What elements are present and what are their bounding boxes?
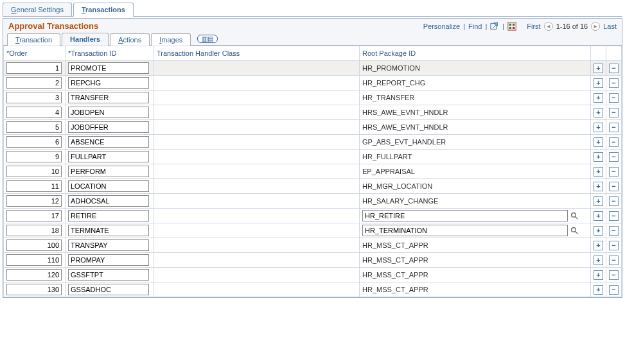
remove-row-button[interactable]: −	[609, 123, 619, 132]
remove-row-button[interactable]: −	[609, 285, 619, 295]
add-row-button[interactable]: +	[594, 256, 603, 265]
add-row-button[interactable]: +	[594, 93, 603, 103]
next-arrow-icon[interactable]: ►	[591, 22, 600, 31]
add-row-button[interactable]: +	[594, 226, 603, 236]
root-package-cell: EP_APPRAISAL	[360, 164, 591, 179]
add-row-button[interactable]: +	[594, 137, 603, 147]
svg-rect-4	[509, 26, 512, 29]
add-row-button[interactable]: +	[594, 123, 603, 132]
transaction-id-input[interactable]	[68, 195, 149, 207]
remove-row-button[interactable]: −	[609, 64, 619, 73]
subtab-transaction[interactable]: Transaction	[7, 33, 60, 46]
add-row-button[interactable]: +	[594, 211, 603, 221]
order-input[interactable]	[6, 136, 62, 148]
add-row-button[interactable]: +	[594, 108, 603, 117]
table-row: +−	[4, 223, 622, 238]
add-row-button[interactable]: +	[594, 285, 603, 295]
find-link[interactable]: Find	[468, 22, 482, 30]
root-package-input[interactable]	[362, 210, 568, 221]
add-row-button[interactable]: +	[594, 182, 603, 191]
order-input[interactable]	[6, 107, 62, 118]
last-link[interactable]: Last	[603, 22, 617, 30]
order-input[interactable]	[6, 92, 62, 103]
col-order[interactable]: *Order	[4, 46, 66, 61]
transaction-id-input[interactable]	[68, 239, 149, 251]
transaction-id-input[interactable]	[68, 151, 149, 162]
remove-row-button[interactable]: −	[609, 256, 619, 265]
root-package-input[interactable]	[362, 225, 568, 236]
order-input[interactable]	[6, 180, 62, 192]
add-row-button[interactable]: +	[594, 196, 603, 206]
table-row: HRS_AWE_EVNT_HNDLR+−	[4, 105, 622, 120]
order-input[interactable]	[6, 254, 62, 266]
transaction-id-input[interactable]	[68, 269, 149, 281]
order-input[interactable]	[6, 195, 62, 207]
add-row-button[interactable]: +	[594, 167, 603, 177]
transaction-id-input[interactable]	[68, 254, 149, 266]
order-input[interactable]	[6, 77, 62, 89]
add-row-button[interactable]: +	[594, 241, 603, 250]
remove-row-button[interactable]: −	[609, 182, 619, 191]
prev-arrow-icon[interactable]: ◄	[544, 22, 553, 31]
subtab-actions[interactable]: Actions	[110, 33, 150, 46]
order-input[interactable]	[6, 239, 62, 251]
transaction-id-input[interactable]	[68, 92, 149, 103]
order-input[interactable]	[6, 121, 62, 133]
remove-row-button[interactable]: −	[609, 78, 619, 88]
add-row-button[interactable]: +	[594, 270, 603, 280]
col-transaction-id[interactable]: *Transaction ID	[66, 46, 154, 61]
transaction-id-input[interactable]	[68, 180, 149, 192]
remove-row-button[interactable]: −	[609, 167, 619, 177]
first-link[interactable]: First	[527, 22, 540, 30]
download-icon[interactable]	[507, 22, 516, 31]
subtab-images[interactable]: Images	[151, 33, 191, 46]
transaction-id-input[interactable]	[68, 136, 149, 148]
root-package-cell: HR_SALARY_CHANGE	[360, 194, 591, 209]
remove-row-button[interactable]: −	[609, 137, 619, 147]
tab-general-settings[interactable]: General Settings	[3, 3, 72, 16]
table-row: HR_FULLPART+−	[4, 150, 622, 164]
transaction-id-input[interactable]	[68, 121, 149, 133]
table-row: HR_MGR_LOCATION+−	[4, 179, 622, 194]
transaction-id-input[interactable]	[68, 225, 149, 236]
remove-row-button[interactable]: −	[609, 270, 619, 280]
transaction-id-input[interactable]	[68, 166, 149, 177]
subtab-handlers[interactable]: Handlers	[62, 33, 109, 46]
transaction-id-input[interactable]	[68, 210, 149, 221]
remove-row-button[interactable]: −	[609, 211, 619, 221]
svg-point-6	[571, 212, 576, 217]
remove-row-button[interactable]: −	[609, 108, 619, 117]
lookup-icon[interactable]	[570, 226, 579, 235]
remove-row-button[interactable]: −	[609, 93, 619, 103]
personalize-link[interactable]: Personalize	[423, 22, 460, 30]
remove-row-button[interactable]: −	[609, 196, 619, 206]
order-input[interactable]	[6, 210, 62, 221]
transaction-id-input[interactable]	[68, 62, 149, 74]
transaction-id-input[interactable]	[68, 107, 149, 118]
remove-row-button[interactable]: −	[609, 226, 619, 236]
col-root-package[interactable]: Root Package ID	[360, 46, 591, 61]
order-input[interactable]	[6, 225, 62, 236]
order-input[interactable]	[6, 62, 62, 74]
root-package-cell: HR_MSS_CT_APPR	[360, 253, 591, 268]
lookup-icon[interactable]	[570, 211, 579, 220]
order-input[interactable]	[6, 284, 62, 295]
transaction-id-input[interactable]	[68, 284, 149, 295]
tab-transactions[interactable]: Transactions	[73, 3, 134, 17]
order-input[interactable]	[6, 166, 62, 177]
order-input[interactable]	[6, 269, 62, 281]
add-row-button[interactable]: +	[594, 152, 603, 162]
add-row-button[interactable]: +	[594, 78, 603, 88]
root-package-cell: HR_MSS_CT_APPR	[360, 282, 591, 297]
table-row: HRS_AWE_EVNT_HNDLR+−	[4, 120, 622, 135]
transaction-id-input[interactable]	[68, 77, 149, 89]
show-all-columns-icon[interactable]: ▥▤	[197, 35, 218, 43]
add-row-button[interactable]: +	[594, 64, 603, 73]
root-package-cell: HRS_AWE_EVNT_HNDLR	[360, 105, 591, 120]
col-handler-class[interactable]: Transaction Handler Class	[154, 46, 360, 61]
zoom-icon[interactable]	[490, 22, 499, 31]
table-row: GP_ABS_EVT_HANDLER+−	[4, 135, 622, 150]
order-input[interactable]	[6, 151, 62, 162]
remove-row-button[interactable]: −	[609, 241, 619, 250]
remove-row-button[interactable]: −	[609, 152, 619, 162]
